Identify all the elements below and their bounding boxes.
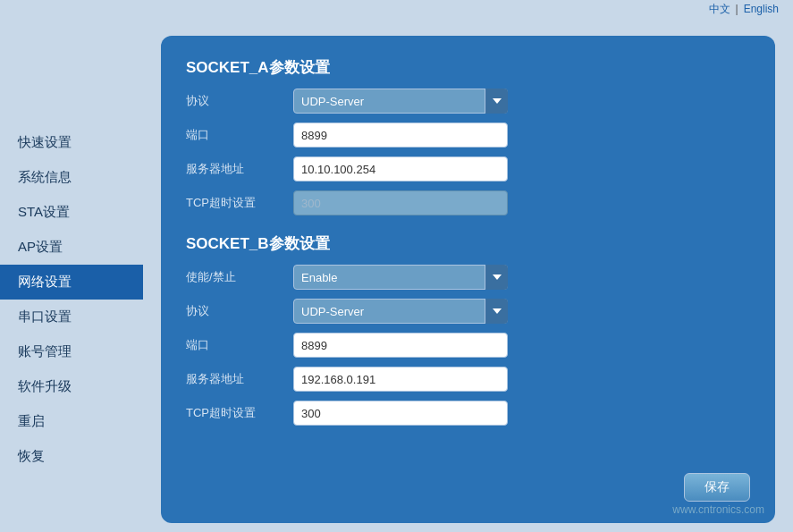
socket-a-protocol-select[interactable]: UDP-Server TCP-Server TCP-Client (293, 89, 508, 114)
socket-b-tcp-timeout-control (293, 401, 508, 426)
watermark: www.cntronics.com (672, 503, 764, 516)
settings-panel: SOCKET_A参数设置 协议 UDP-Server TCP-Server TC… (161, 36, 775, 523)
chinese-lang-link[interactable]: 中文 (709, 2, 730, 17)
sidebar-item-software-upgrade[interactable]: 软件升级 (0, 369, 143, 404)
socket-b-tcp-timeout-input[interactable] (293, 401, 508, 426)
socket-a-tcp-timeout-control (293, 190, 508, 215)
socket-b-tcp-timeout-row: TCP超时设置 (186, 401, 750, 426)
socket-b-port-control (293, 333, 508, 358)
socket-b-port-input[interactable] (293, 333, 508, 358)
socket-b-server-addr-label: 服务器地址 (186, 371, 293, 387)
socket-b-protocol-select-wrapper: UDP-Server TCP-Server TCP-Client (293, 299, 508, 324)
save-button-row: 保存 (684, 473, 750, 502)
sidebar-item-restore[interactable]: 恢复 (0, 439, 143, 474)
socket-a-protocol-row: 协议 UDP-Server TCP-Server TCP-Client (186, 89, 750, 114)
socket-b-enable-label: 使能/禁止 (186, 269, 293, 285)
sidebar-item-system-info[interactable]: 系统信息 (0, 160, 143, 195)
socket-b-enable-control: Enable Disable (293, 265, 508, 290)
language-bar: 中文 | English (0, 0, 793, 18)
socket-b-server-addr-input[interactable] (293, 367, 508, 392)
socket-b-port-row: 端口 (186, 333, 750, 358)
english-lang-link[interactable]: English (744, 3, 779, 15)
socket-a-port-input[interactable] (293, 122, 508, 148)
socket-a-tcp-timeout-row: TCP超时设置 (186, 190, 750, 215)
socket-a-server-addr-label: 服务器地址 (186, 161, 293, 177)
socket-a-protocol-label: 协议 (186, 93, 293, 109)
lang-separator: | (736, 3, 738, 15)
socket-b-tcp-timeout-label: TCP超时设置 (186, 405, 293, 421)
save-button[interactable]: 保存 (684, 473, 750, 502)
socket-b-server-addr-control (293, 367, 508, 392)
socket-b-title: SOCKET_B参数设置 (186, 233, 750, 254)
sidebar: 快速设置 系统信息 STA设置 AP设置 网络设置 串口设置 账号管理 软件升级… (0, 18, 143, 532)
sidebar-item-network-settings[interactable]: 网络设置 (0, 265, 143, 300)
socket-b-protocol-label: 协议 (186, 303, 293, 319)
sidebar-item-sta-settings[interactable]: STA设置 (0, 195, 143, 230)
sidebar-item-quick-setup[interactable]: 快速设置 (0, 125, 143, 160)
sidebar-item-reboot[interactable]: 重启 (0, 404, 143, 439)
socket-b-server-addr-row: 服务器地址 (186, 367, 750, 392)
socket-b-protocol-select[interactable]: UDP-Server TCP-Server TCP-Client (293, 299, 508, 324)
socket-b-enable-row: 使能/禁止 Enable Disable (186, 265, 750, 290)
socket-b-enable-select[interactable]: Enable Disable (293, 265, 508, 290)
socket-a-protocol-select-wrapper: UDP-Server TCP-Server TCP-Client (293, 89, 508, 114)
socket-a-tcp-timeout-input[interactable] (293, 190, 508, 215)
socket-b-port-label: 端口 (186, 337, 293, 353)
socket-b-protocol-control: UDP-Server TCP-Server TCP-Client (293, 299, 508, 324)
socket-a-server-addr-row: 服务器地址 (186, 156, 750, 182)
socket-a-server-addr-control (293, 156, 508, 182)
socket-a-title: SOCKET_A参数设置 (186, 57, 750, 78)
socket-a-port-control (293, 122, 508, 148)
socket-a-port-row: 端口 (186, 122, 750, 148)
main-content: SOCKET_A参数设置 协议 UDP-Server TCP-Server TC… (143, 18, 793, 532)
sidebar-item-ap-settings[interactable]: AP设置 (0, 230, 143, 265)
socket-a-tcp-timeout-label: TCP超时设置 (186, 195, 293, 211)
socket-b-enable-select-wrapper: Enable Disable (293, 265, 508, 290)
socket-a-server-addr-input[interactable] (293, 156, 508, 182)
sidebar-item-account-management[interactable]: 账号管理 (0, 334, 143, 369)
socket-a-protocol-control: UDP-Server TCP-Server TCP-Client (293, 89, 508, 114)
sidebar-item-serial-settings[interactable]: 串口设置 (0, 300, 143, 334)
socket-b-protocol-row: 协议 UDP-Server TCP-Server TCP-Client (186, 299, 750, 324)
socket-a-port-label: 端口 (186, 127, 293, 143)
